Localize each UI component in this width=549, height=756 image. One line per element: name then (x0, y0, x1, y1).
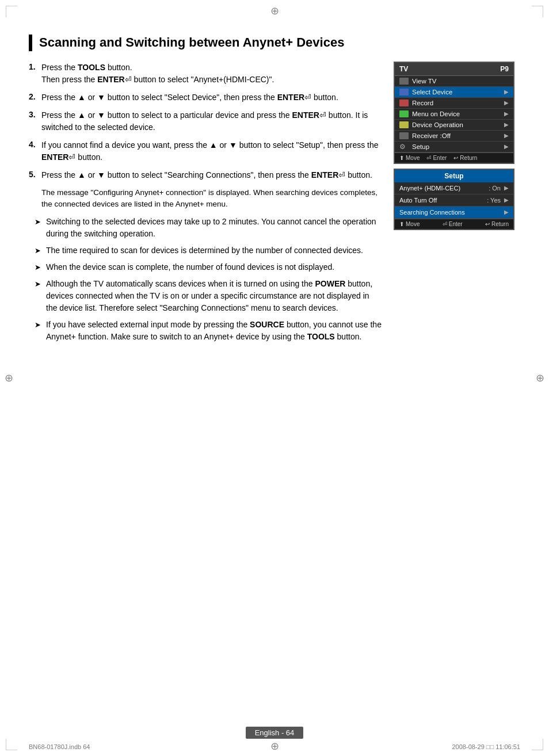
page-content: Scanning and Switching between Anynet+ D… (29, 35, 520, 721)
step-5: 5. Press the ▲ or ▼ button to select "Se… (29, 169, 382, 181)
device-operation-label: Device Operation (412, 121, 504, 128)
setup-label: Setup (412, 143, 504, 150)
reg-mark-left: ⊕ (5, 372, 13, 384)
tv-menu-item-select-device: Select Device ▶ (395, 87, 513, 98)
auto-turn-off-label: Auto Turn Off (399, 197, 487, 204)
note-4-arrow: ➤ (35, 278, 46, 290)
setup-item-auto-turn-off: Auto Turn Off : Yes ▶ (395, 194, 513, 207)
step-5-content: Press the ▲ or ▼ button to select "Searc… (41, 169, 382, 181)
receiver-label: Receiver :Off (412, 132, 504, 139)
corner-mark-tr (532, 6, 543, 17)
receiver-icon (399, 132, 409, 139)
setup-footer-return: ↩ Return (485, 221, 509, 227)
tv-menu-item-setup: ⚙ Setup ▶ (395, 142, 513, 152)
step-3-num: 3. (29, 109, 41, 119)
channel-number: P9 (500, 65, 509, 73)
setup-arrow: ▶ (504, 143, 509, 150)
menu-on-device-icon (399, 110, 409, 117)
setup-item-anynet: Anynet+ (HDMI-CEC) : On ▶ (395, 182, 513, 194)
step-3-content: Press the ▲ or ▼ button to select to a p… (41, 109, 382, 133)
note-3-text: When the device scan is complete, the nu… (46, 261, 382, 273)
tv-main-menu: TV P9 View TV Select Device ▶ (394, 62, 514, 164)
setup-footer-move: ⬆ Move (399, 221, 420, 227)
searching-arrow: ▶ (504, 209, 509, 215)
setup-icon: ⚙ (399, 143, 409, 150)
footer-right: 2008-08-29 □□ 11:06:51 (452, 743, 521, 750)
tv-footer-return: ↩ Return (453, 155, 477, 161)
menu-on-device-arrow: ▶ (504, 110, 509, 117)
return-icon: ↩ (453, 155, 458, 161)
enter-icon: ⏎ (426, 155, 431, 161)
page-badge: English - 64 (246, 727, 304, 739)
tv-menu-item-view-tv: View TV (395, 76, 513, 87)
note-5: ➤ If you have selected external input mo… (29, 319, 382, 343)
tv-footer-enter: ⏎ Enter (426, 155, 447, 161)
setup-item-searching: Searching Connections ▶ (395, 207, 513, 219)
device-operation-arrow: ▶ (504, 121, 509, 128)
setup-menu-footer: ⬆ Move ⏎ Enter ↩ Return (395, 219, 513, 229)
step-5-num: 5. (29, 169, 41, 179)
select-device-arrow: ▶ (504, 89, 509, 95)
tv-menu-item-receiver: Receiver :Off ▶ (395, 131, 513, 142)
tv-menu-footer: ⬆ Move ⏎ Enter ↩ Return (395, 152, 513, 163)
step-2: 2. Press the ▲ or ▼ button to select "Se… (29, 91, 382, 104)
note-3: ➤ When the device scan is complete, the … (29, 261, 382, 273)
auto-turn-off-value: : Yes (487, 197, 501, 204)
note-2-text: The time required to scan for devices is… (46, 245, 382, 257)
tv-menu-item-device-operation: Device Operation ▶ (395, 120, 513, 131)
footer-left: BN68-01780J.indb 64 (29, 743, 90, 750)
footer-info: BN68-01780J.indb 64 2008-08-29 □□ 11:06:… (29, 743, 520, 750)
note-1-text: Switching to the selected devices may ta… (46, 216, 382, 240)
reg-mark-top: ⊕ (270, 5, 279, 17)
setup-move-label: Move (406, 221, 420, 227)
receiver-arrow: ▶ (504, 132, 509, 139)
record-arrow: ▶ (504, 100, 509, 106)
setup-menu-header: Setup (395, 170, 513, 182)
auto-turn-off-arrow: ▶ (504, 197, 509, 203)
step-5-note: The message "Configuring Anynet+ connect… (41, 187, 382, 211)
device-operation-icon (399, 121, 409, 128)
anynet-label: Anynet+ (HDMI-CEC) (399, 185, 489, 192)
move-icon: ⬆ (399, 155, 404, 161)
searching-label: Searching Connections (399, 209, 501, 216)
corner-mark-tl (6, 6, 17, 17)
tv-menu-container: TV P9 View TV Select Device ▶ (394, 62, 520, 230)
note-4-text: Although the TV automatically scans devi… (46, 278, 382, 314)
tv-menu-item-record: Record ▶ (395, 98, 513, 109)
step-1: 1. Press the TOOLS button. Then press th… (29, 62, 382, 86)
step-4-num: 4. (29, 139, 41, 149)
page-title: Scanning and Switching between Anynet+ D… (29, 35, 520, 51)
step-4-content: If you cannot find a device you want, pr… (41, 139, 382, 163)
setup-move-icon: ⬆ (399, 221, 404, 227)
note-1-arrow: ➤ (35, 216, 46, 228)
move-label: Move (406, 155, 420, 161)
select-device-label: Select Device (412, 89, 504, 96)
step-3: 3. Press the ▲ or ▼ button to select to … (29, 109, 382, 133)
note-5-text: If you have selected external input mode… (46, 319, 382, 343)
tv-footer-move: ⬆ Move (399, 155, 420, 161)
note-3-arrow: ➤ (35, 261, 46, 273)
step-1-content: Press the TOOLS button. Then press the E… (41, 62, 382, 86)
note-1: ➤ Switching to the selected devices may … (29, 216, 382, 240)
setup-footer-enter: ⏎ Enter (443, 221, 463, 227)
notes-section: ➤ Switching to the selected devices may … (29, 216, 382, 343)
enter-label: Enter (433, 155, 447, 161)
tv-menu-header: TV P9 (395, 63, 513, 76)
select-device-icon (399, 89, 409, 96)
ui-column: TV P9 View TV Select Device ▶ (394, 62, 520, 348)
bottom-bar: English - 64 (0, 727, 549, 739)
note-5-arrow: ➤ (35, 319, 46, 331)
setup-return-label: Return (491, 221, 509, 227)
step-1-num: 1. (29, 62, 41, 71)
main-layout: 1. Press the TOOLS button. Then press th… (29, 62, 520, 348)
note-2: ➤ The time required to scan for devices … (29, 245, 382, 257)
record-icon (399, 100, 409, 106)
corner-mark-br (532, 739, 543, 750)
anynet-arrow: ▶ (504, 185, 509, 191)
tv-label: TV (399, 65, 408, 73)
corner-mark-bl (6, 739, 17, 750)
view-tv-label: View TV (412, 78, 509, 85)
menu-on-device-label: Menu on Device (412, 110, 504, 117)
record-label: Record (412, 100, 504, 106)
tv-menu-item-menu-on-device: Menu on Device ▶ (395, 109, 513, 120)
